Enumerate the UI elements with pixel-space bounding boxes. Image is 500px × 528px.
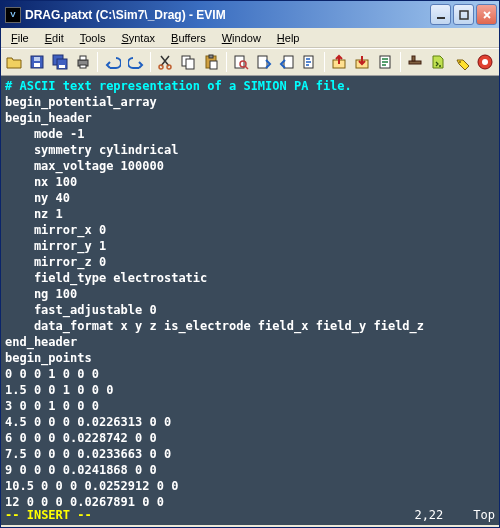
status-bar: -- INSERT -- 2,22 Top: [5, 507, 495, 523]
svg-rect-27: [412, 56, 415, 61]
menu-buffers[interactable]: Buffers: [163, 30, 214, 46]
svg-rect-20: [258, 56, 267, 68]
session-load-button[interactable]: [329, 51, 350, 73]
toolbar-separator: [400, 52, 401, 72]
menu-syntax[interactable]: Syntax: [113, 30, 163, 46]
menu-edit[interactable]: Edit: [37, 30, 72, 46]
maximize-button[interactable]: [453, 4, 474, 25]
copy-button[interactable]: [178, 51, 199, 73]
toolbar-separator: [97, 52, 98, 72]
svg-point-12: [167, 65, 171, 69]
status-mode: INSERT: [27, 507, 70, 523]
svg-rect-10: [80, 65, 86, 68]
shell-button[interactable]: [427, 51, 448, 73]
menu-file[interactable]: File: [3, 30, 37, 46]
editor-body: begin_potential_array begin_header mode …: [5, 95, 424, 509]
redo-button[interactable]: [125, 51, 146, 73]
close-button[interactable]: [476, 4, 497, 25]
tags-button[interactable]: [452, 51, 473, 73]
toolbar: [1, 48, 499, 76]
svg-point-28: [459, 61, 461, 63]
comment-line: # ASCII text representation of a SIMION …: [5, 79, 352, 93]
svg-rect-18: [235, 56, 244, 68]
toolbar-separator: [324, 52, 325, 72]
svg-rect-14: [186, 59, 194, 69]
svg-rect-4: [34, 57, 40, 61]
status-dash: --: [5, 507, 27, 523]
status-dash: --: [70, 507, 92, 523]
script-button[interactable]: [375, 51, 396, 73]
editor-area[interactable]: # ASCII text representation of a SIMION …: [1, 76, 499, 525]
svg-point-11: [159, 65, 163, 69]
window-controls: [430, 4, 497, 25]
scroll-position: Top: [473, 507, 495, 523]
print-button[interactable]: [73, 51, 94, 73]
svg-rect-21: [284, 56, 293, 68]
svg-rect-7: [59, 65, 65, 68]
svg-rect-16: [209, 55, 213, 58]
paste-button[interactable]: [201, 51, 222, 73]
minimize-button[interactable]: [430, 4, 451, 25]
toolbar-separator: [150, 52, 151, 72]
session-save-button[interactable]: [352, 51, 373, 73]
find-next-button[interactable]: [253, 51, 274, 73]
save-button[interactable]: [27, 51, 48, 73]
find-button[interactable]: [231, 51, 252, 73]
open-button[interactable]: [4, 51, 25, 73]
title-bar: V DRAG.patxt (C:\Sim7\_Drag) - EVIM: [1, 1, 499, 28]
svg-rect-1: [460, 11, 468, 19]
svg-rect-17: [210, 61, 217, 69]
svg-rect-3: [34, 63, 40, 67]
find-prev-button[interactable]: [276, 51, 297, 73]
menu-window[interactable]: Window: [214, 30, 269, 46]
svg-point-30: [482, 59, 488, 65]
save-all-button[interactable]: [50, 51, 71, 73]
svg-rect-9: [80, 56, 86, 60]
toolbar-separator: [226, 52, 227, 72]
menu-help[interactable]: Help: [269, 30, 308, 46]
replace-button[interactable]: [299, 51, 320, 73]
make-button[interactable]: [405, 51, 426, 73]
cursor-position: 2,22: [414, 507, 443, 523]
menu-tools[interactable]: Tools: [72, 30, 114, 46]
help-button[interactable]: [475, 51, 496, 73]
app-icon: V: [5, 7, 21, 23]
cut-button[interactable]: [155, 51, 176, 73]
undo-button[interactable]: [102, 51, 123, 73]
window-title: DRAG.patxt (C:\Sim7\_Drag) - EVIM: [25, 8, 430, 22]
menu-bar: File Edit Tools Syntax Buffers Window He…: [1, 28, 499, 48]
svg-rect-0: [437, 17, 445, 19]
